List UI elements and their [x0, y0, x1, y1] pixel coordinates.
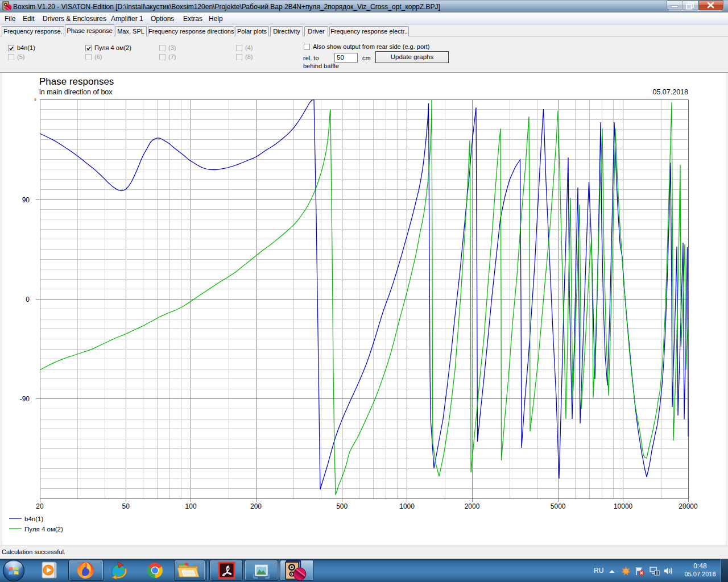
- svg-text:100: 100: [185, 502, 197, 510]
- svg-text:Phase responses: Phase responses: [39, 76, 114, 87]
- svg-text:2000: 2000: [465, 502, 480, 510]
- svg-text:°: °: [34, 98, 36, 104]
- svg-text:50: 50: [122, 502, 130, 510]
- svg-text:500: 500: [336, 502, 348, 510]
- svg-text:10000: 10000: [614, 502, 633, 510]
- svg-text:1000: 1000: [399, 502, 415, 510]
- svg-text:20: 20: [36, 502, 44, 510]
- svg-text:in main direction of box: in main direction of box: [39, 88, 113, 96]
- svg-text:20000: 20000: [679, 502, 698, 510]
- svg-text:Пуля 4 ом(2): Пуля 4 ом(2): [24, 526, 63, 533]
- svg-text:b4n(1): b4n(1): [24, 516, 43, 522]
- svg-text:05.07.2018: 05.07.2018: [652, 88, 688, 96]
- svg-text:5000: 5000: [551, 502, 566, 510]
- svg-text:0: 0: [26, 296, 30, 304]
- svg-text:90: 90: [22, 196, 30, 204]
- svg-text:200: 200: [250, 502, 262, 510]
- svg-text:-90: -90: [20, 395, 30, 403]
